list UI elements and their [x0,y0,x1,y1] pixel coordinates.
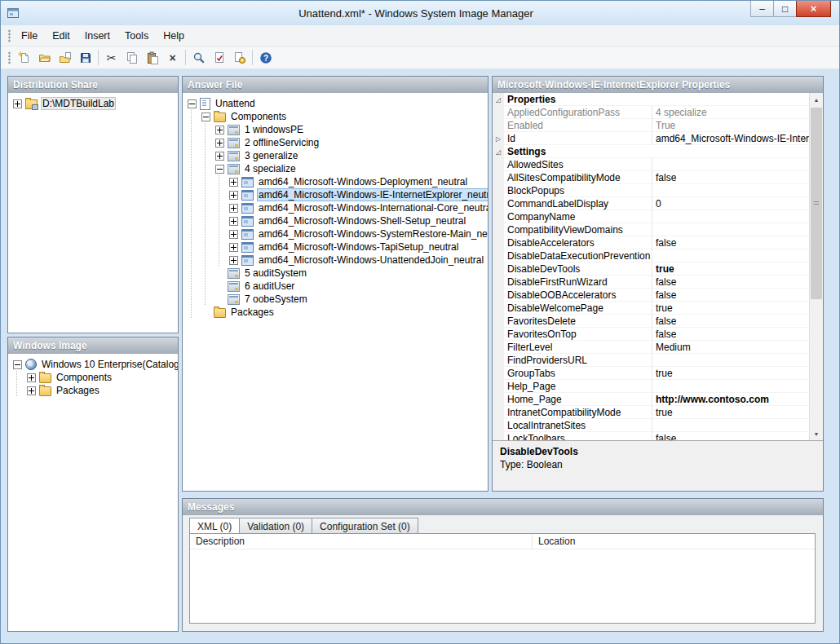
tree-item[interactable]: amd64_Microsoft-Windows-SystemRestore-Ma… [188,227,486,240]
expand-icon[interactable] [229,178,238,187]
category-expanded-icon[interactable]: ◿ [493,145,504,158]
property-row[interactable]: FilterLevelMedium [493,341,809,354]
tree-item[interactable]: 4 specialize [188,162,486,175]
expand-icon[interactable] [215,126,224,135]
expand-icon[interactable] [215,139,224,148]
property-value[interactable] [652,223,809,236]
help-button[interactable]: ? [255,48,276,68]
property-row[interactable]: ▷Idamd64_Microsoft-Windows-IE-InternetEx [493,132,809,145]
property-row[interactable]: LocalIntranetSites [493,419,809,432]
minimize-button[interactable]: – [750,1,774,17]
property-row[interactable]: IntranetCompatibilityModetrue [493,406,809,419]
open-answer-file-button[interactable] [34,48,55,68]
property-value[interactable] [652,210,809,223]
open-distribution-share-button[interactable] [55,48,75,68]
expand-icon[interactable] [215,152,224,161]
property-value[interactable] [652,158,809,171]
menu-item-insert[interactable]: Insert [77,27,117,45]
property-row[interactable]: AllowedSites [493,158,809,171]
property-value[interactable]: false [652,171,809,184]
property-row[interactable]: DisableOOBAcceleratorsfalse [493,289,809,302]
property-category-row[interactable]: ◿Settings [493,145,809,158]
property-value[interactable] [652,380,809,393]
expand-icon[interactable] [13,99,22,108]
paste-button[interactable] [142,48,162,68]
tree-item[interactable]: Packages [188,306,486,319]
property-value[interactable] [652,93,809,106]
tree-item[interactable]: 3 generalize [188,149,486,162]
property-row[interactable]: BlockPopups [493,184,809,197]
tree-item[interactable]: amd64_Microsoft-Windows-Deployment_neutr… [188,175,486,188]
tree-item[interactable]: 7 oobeSystem [188,293,486,306]
tree-item[interactable]: amd64_Microsoft-Windows-UnattendedJoin_n… [188,254,486,267]
property-value[interactable]: Medium [652,341,809,354]
tab-configuration[interactable]: Configuration Set (0) [312,518,418,533]
expand-icon[interactable] [229,204,238,213]
property-row[interactable]: Home_Pagehttp://www.contoso.com [493,393,809,406]
property-row[interactable]: AppliedConfigurationPass4 specialize [493,106,809,119]
property-row[interactable]: AllSitesCompatibilityModefalse [493,171,809,184]
tree-item[interactable]: 5 auditSystem [188,267,486,280]
column-header-description[interactable]: Description [190,534,533,549]
tree-item[interactable]: 1 windowsPE [188,123,486,136]
tree-item[interactable]: Components [13,371,176,384]
property-row[interactable]: CompatibilityViewDomains [493,223,809,236]
property-row[interactable]: LockToolbarsfalse [493,432,809,440]
property-value[interactable]: false [652,289,809,302]
collapse-icon[interactable] [188,99,197,108]
menu-item-help[interactable]: Help [156,27,192,45]
tree-item[interactable]: amd64_Microsoft-Windows-Shell-Setup_neut… [188,214,486,227]
find-button[interactable] [188,48,209,68]
collapse-icon[interactable] [215,165,224,174]
tree-item[interactable]: Windows 10 Enterprise(Catalog) [13,358,176,371]
save-answer-file-button[interactable] [75,48,95,68]
property-row[interactable]: EnabledTrue [493,119,809,132]
tree-item[interactable]: amd64_Microsoft-Windows-TapiSetup_neutra… [188,240,486,254]
property-value[interactable]: true [652,302,809,315]
menu-item-edit[interactable]: Edit [45,27,77,45]
property-value[interactable]: false [652,276,809,289]
property-category-row[interactable]: ◿Properties [493,93,809,106]
property-value[interactable] [652,249,809,262]
property-value[interactable]: True [652,119,809,132]
expand-icon[interactable] [27,373,36,382]
property-value[interactable]: amd64_Microsoft-Windows-IE-InternetEx [652,132,809,145]
close-button[interactable]: × [796,1,831,17]
copy-button[interactable] [122,48,142,68]
properties-scrollbar[interactable]: ▲ ▼ [809,93,823,440]
collapse-icon[interactable] [13,360,22,369]
category-expanded-icon[interactable]: ◿ [493,93,504,106]
tree-item[interactable]: amd64_Microsoft-Windows-IE-InternetExplo… [188,188,486,201]
expand-icon[interactable] [229,256,238,265]
property-value[interactable]: 0 [652,197,809,210]
expand-row-icon[interactable]: ▷ [493,132,504,145]
property-value[interactable]: true [652,262,809,276]
expand-icon[interactable] [229,191,238,200]
tree-item[interactable]: 6 auditUser [188,280,486,293]
menu-item-file[interactable]: File [14,27,45,45]
tree-item[interactable]: amd64_Microsoft-Windows-International-Co… [188,201,486,214]
maximize-button[interactable]: □ [773,1,797,17]
new-answer-file-button[interactable] [14,48,34,68]
scroll-down-icon[interactable]: ▼ [810,427,823,440]
property-row[interactable]: GroupTabstrue [493,367,809,380]
property-value[interactable]: true [652,406,809,419]
expand-icon[interactable] [27,386,36,395]
tree-item[interactable]: Components [188,110,486,123]
tree-item[interactable]: Unattend [188,97,486,110]
expand-icon[interactable] [229,243,238,252]
scroll-thumb[interactable] [811,108,822,299]
column-header-location[interactable]: Location [533,534,815,549]
cut-button[interactable]: ✂ [101,48,122,68]
property-value[interactable]: true [652,367,809,380]
property-row[interactable]: DisableAcceleratorsfalse [493,236,809,249]
property-row[interactable]: FavoritesOnTopfalse [493,328,809,341]
tree-item[interactable]: D:\MDTBuildLab [13,97,176,110]
validate-answer-file-button[interactable] [209,48,229,68]
property-value[interactable]: false [652,315,809,328]
tab-validation[interactable]: Validation (0) [239,518,312,533]
tree-item[interactable]: Packages [13,384,176,397]
property-value[interactable]: false [652,432,809,440]
property-value[interactable] [652,354,809,367]
create-configuration-set-button[interactable] [229,48,250,68]
